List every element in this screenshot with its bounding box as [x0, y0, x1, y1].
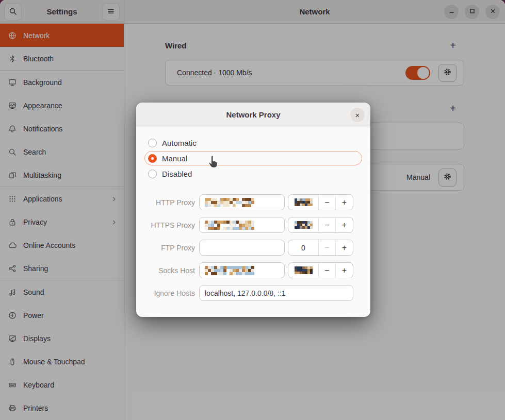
port-decrement-button[interactable]: − [318, 195, 335, 210]
http-proxy-port-value[interactable] [288, 195, 318, 210]
socks-host-label: Socks Host [144, 266, 196, 275]
ftp-proxy-port-spinner: 0 − + [288, 240, 353, 256]
proxy-option-automatic[interactable]: Automatic [144, 136, 362, 150]
redacted-port-value [295, 266, 313, 274]
redacted-host-value [205, 198, 254, 207]
network-proxy-dialog: Network Proxy × Automatic Manual Disable… [136, 103, 370, 317]
proxy-option-manual[interactable]: Manual [144, 151, 362, 165]
http-proxy-host-input[interactable] [199, 194, 285, 210]
port-increment-button[interactable]: + [335, 195, 353, 210]
ignore-hosts-input[interactable]: localhost, 127.0.0.0/8, ::1 [199, 285, 353, 301]
redacted-port-value [295, 198, 313, 206]
https-proxy-host-input[interactable] [199, 217, 285, 233]
radio-icon [148, 139, 157, 147]
https-proxy-port-spinner: − + [288, 217, 353, 233]
ftp-proxy-label: FTP Proxy [144, 244, 196, 252]
ftp-proxy-host-input[interactable] [199, 240, 285, 256]
ignore-hosts-value: localhost, 127.0.0.0/8, ::1 [205, 289, 285, 297]
port-increment-button[interactable]: + [335, 263, 353, 278]
http-proxy-port-spinner: − + [288, 194, 353, 210]
port-decrement-button[interactable]: − [318, 263, 335, 278]
radio-checked-icon [148, 154, 157, 163]
port-increment-button[interactable]: + [335, 217, 353, 232]
http-proxy-label: HTTP Proxy [144, 198, 196, 207]
radio-icon [148, 170, 157, 178]
redacted-port-value [295, 221, 313, 229]
https-proxy-port-value[interactable] [288, 217, 318, 232]
proxy-form: HTTP Proxy − + HTTPS Proxy [144, 194, 362, 301]
dialog-title: Network Proxy [226, 110, 280, 119]
dialog-close-button[interactable]: × [350, 108, 365, 122]
option-label: Manual [162, 154, 187, 163]
option-label: Disabled [162, 170, 192, 178]
socks-port-spinner: − + [288, 262, 353, 278]
ftp-proxy-port-value[interactable]: 0 [288, 240, 318, 255]
redacted-host-value [205, 266, 254, 275]
port-increment-button[interactable]: + [335, 240, 353, 255]
port-decrement-button[interactable]: − [318, 217, 335, 232]
socks-port-value[interactable] [288, 263, 318, 278]
close-icon: × [355, 111, 360, 120]
option-label: Automatic [162, 139, 197, 147]
proxy-option-disabled[interactable]: Disabled [144, 166, 362, 181]
ignore-hosts-label: Ignore Hosts [144, 289, 196, 297]
settings-window: Settings Network Network Bluetoot [0, 0, 505, 420]
port-decrement-button-disabled: − [318, 240, 335, 255]
redacted-host-value [205, 221, 254, 230]
screen: { "colors": { "accent": "#E95420" }, "gl… [0, 0, 505, 420]
dialog-headerbar: Network Proxy × [136, 103, 370, 127]
dialog-body: Automatic Manual Disabled HTTP Proxy [136, 127, 370, 309]
socks-host-input[interactable] [199, 262, 285, 278]
https-proxy-label: HTTPS Proxy [144, 221, 196, 229]
